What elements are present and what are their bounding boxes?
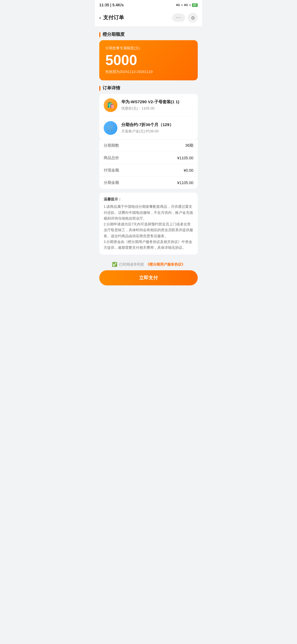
order-card: 🛍️ 华为-WS7290 V2-子母套装(1 1) 优惠价(元)：1105.00… xyxy=(99,94,198,139)
order-title-bar-decoration xyxy=(99,86,100,91)
order-item-2-info: 分期合约-7折36个月（129） 月返账户金(元):约39.00 xyxy=(121,122,193,134)
order-section-title: 订单详情 xyxy=(95,80,202,94)
page-header: ‹ 支付订单 ··· ⊙ xyxy=(95,9,202,27)
back-button[interactable]: ‹ xyxy=(99,15,101,21)
order-item-1-icon: 🛍️ xyxy=(104,98,117,112)
status-time-speed: 11:35 | 5.4K/s xyxy=(99,3,124,7)
order-item-2-name: 分期合约-7折36个月（129） xyxy=(121,122,193,127)
agreement-check-icon: ✅ xyxy=(112,262,117,267)
time-display: 11:35 xyxy=(99,3,109,7)
credit-card-validity: 有效期为20241112-20241119 xyxy=(105,69,192,74)
header-left: ‹ 支付订单 xyxy=(99,14,124,21)
agreement-prefix: 已经阅读并同意 xyxy=(119,262,144,267)
signal-bars-2-icon: ≡ xyxy=(189,3,191,7)
notice-line-2: 2.分期申请成功后7天内可选择预约营业员上门或者去营业厅取货竣工，具体时间会有相… xyxy=(104,222,193,239)
detail-label-cash: 付现金额 xyxy=(104,168,119,173)
status-icons: 4G ≡ 4G ≡ 67 xyxy=(176,3,198,7)
detail-row-cash: 付现金额 ¥0.00 xyxy=(99,164,198,177)
detail-row-periods: 分期期数 36期 xyxy=(99,140,198,152)
detail-label-total: 商品总价 xyxy=(104,155,119,160)
credit-section-title: 橙分期额度 xyxy=(95,27,202,40)
scan-icon: ⊙ xyxy=(191,15,195,20)
order-item-2: 🛒 分期合约-7折36个月（129） 月返账户金(元):约39.00 xyxy=(104,117,193,139)
signal-bars-icon: ≡ xyxy=(181,3,183,7)
credit-card-label: 分期套餐专属额度(元) xyxy=(105,46,192,51)
menu-button[interactable]: ··· xyxy=(172,13,185,22)
order-detail-rows: 分期期数 36期 商品总价 ¥1105.00 付现金额 ¥0.00 分期金额 ¥… xyxy=(99,139,198,189)
order-item-2-icon: 🛒 xyxy=(104,121,117,135)
battery-icon: 67 xyxy=(192,3,198,7)
speed-display: 5.4K/s xyxy=(112,3,124,7)
order-item-1-info: 华为-WS7290 V2-子母套装(1 1) 优惠价(元)：1105.00 xyxy=(121,99,193,111)
detail-label-periods: 分期期数 xyxy=(104,143,119,148)
notice-box: 温馨提示： 1.该商品属于中国电信分期套餐配套商品，月供通过翼支付还款。话费向中… xyxy=(99,193,198,255)
header-right: ··· ⊙ xyxy=(172,13,198,23)
order-item-2-sub: 月返账户金(元):约39.00 xyxy=(121,129,193,134)
notice-line-3: 3.分期资金由《橙分期用户服务协议及相关协议》中资金方提供，逾期需要支付相关费用… xyxy=(104,239,193,251)
status-bar: 11:35 | 5.4K/s 4G ≡ 4G ≡ 67 xyxy=(95,0,202,9)
title-bar-decoration xyxy=(99,32,100,37)
detail-value-installment: ¥1105.00 xyxy=(177,181,193,185)
notice-line-1: 1.该商品属于中国电信分期套餐配套商品，月供通过翼支付还款。话费向中国电信缴纳，… xyxy=(104,204,193,222)
notice-title: 温馨提示： xyxy=(104,197,193,202)
detail-value-cash: ¥0.00 xyxy=(184,168,193,173)
detail-label-installment: 分期金额 xyxy=(104,180,119,185)
order-title-text: 订单详情 xyxy=(103,85,120,91)
credit-card: 分期套餐专属额度(元) 5000 有效期为20241112-20241119 xyxy=(99,40,198,80)
order-item-1: 🛍️ 华为-WS7290 V2-子母套装(1 1) 优惠价(元)：1105.00 xyxy=(104,94,193,117)
page-title: 支付订单 xyxy=(103,14,124,21)
order-item-1-sub: 优惠价(元)：1105.00 xyxy=(121,106,193,111)
signal-4g-2-icon: 4G xyxy=(184,3,188,7)
detail-value-periods: 36期 xyxy=(185,143,193,148)
detail-row-total: 商品总价 ¥1105.00 xyxy=(99,152,198,164)
order-item-1-name: 华为-WS7290 V2-子母套装(1 1) xyxy=(121,99,193,105)
detail-value-total: ¥1105.00 xyxy=(177,156,193,160)
scan-button[interactable]: ⊙ xyxy=(188,13,198,23)
submit-button[interactable]: 立即支付 xyxy=(99,270,198,285)
agreement-row: ✅ 已经阅读并同意 《橙分期用户服务协议》 xyxy=(95,258,202,270)
credit-card-amount: 5000 xyxy=(105,53,192,67)
credit-title-text: 橙分期额度 xyxy=(103,32,125,37)
agreement-link[interactable]: 《橙分期用户服务协议》 xyxy=(146,262,185,267)
signal-4g-icon: 4G xyxy=(176,3,180,7)
detail-row-installment: 分期金额 ¥1105.00 xyxy=(99,177,198,189)
